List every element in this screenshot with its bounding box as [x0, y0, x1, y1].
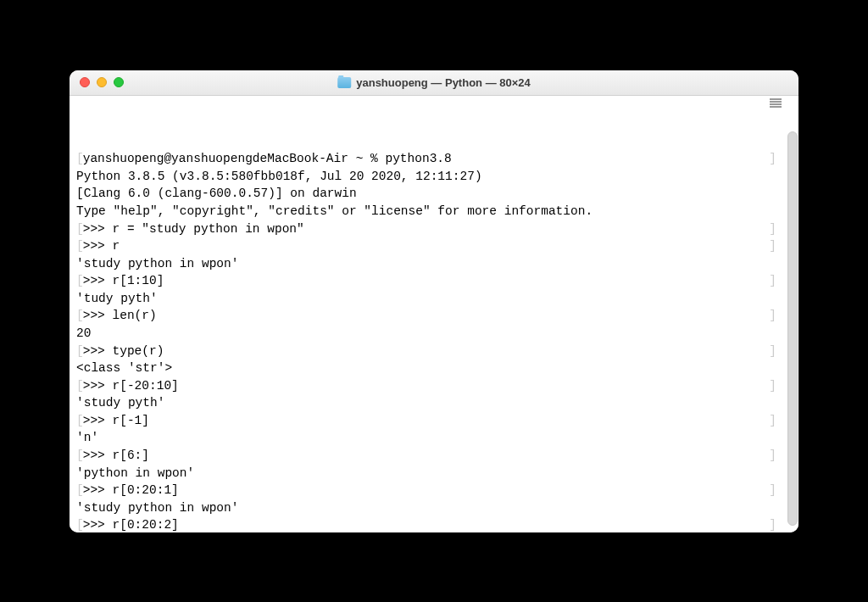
folder-icon	[337, 77, 351, 88]
terminal-body[interactable]: yanshuopeng@yanshuopengdeMacBook-Air ~ %…	[70, 96, 798, 532]
terminal-line: >>> r[1:10]	[76, 272, 792, 290]
terminal-line: <class 'str'>	[76, 360, 792, 377]
scrollbar-thumb[interactable]	[787, 131, 798, 526]
terminal-line: [Clang 6.0 (clang-600.0.57)] on darwin	[76, 185, 792, 203]
terminal-line: 'tudy pyth'	[76, 290, 792, 308]
terminal-line: 'n'	[76, 429, 792, 447]
terminal-line: 'study python in wpon'	[76, 499, 792, 517]
terminal-line: >>> type(r)	[76, 343, 792, 360]
titlebar[interactable]: yanshuopeng — Python — 80×24	[70, 70, 798, 96]
terminal-line: 20	[76, 325, 792, 343]
terminal-line: 'study python in wpon'	[76, 255, 792, 273]
traffic-lights	[80, 77, 124, 87]
title-center: yanshuopeng — Python — 80×24	[337, 76, 531, 89]
scrollbar[interactable]	[787, 131, 798, 526]
terminal-line: 'study pyth'	[76, 394, 792, 412]
terminal-line: >>> r = "study python in wpon"	[76, 220, 792, 238]
maximize-icon[interactable]	[114, 77, 124, 87]
menu-lines-icon[interactable]	[770, 98, 782, 108]
terminal-line: yanshuopeng@yanshuopengdeMacBook-Air ~ %…	[76, 150, 792, 168]
terminal-line: >>> r	[76, 237, 792, 255]
minimize-icon[interactable]	[97, 77, 107, 87]
terminal-line: >>> r[0:20:1]	[76, 482, 792, 499]
window-title: yanshuopeng — Python — 80×24	[356, 76, 531, 89]
terminal-line: 'python in wpon'	[76, 465, 792, 482]
terminal-line: Type "help", "copyright", "credits" or "…	[76, 203, 792, 220]
terminal-line: >>> r[-1]	[76, 412, 792, 430]
terminal-line: Python 3.8.5 (v3.8.5:580fbb018f, Jul 20 …	[76, 168, 792, 186]
terminal-line: >>> len(r)	[76, 307, 792, 325]
close-icon[interactable]	[80, 77, 90, 87]
terminal-window: yanshuopeng — Python — 80×24 yanshuopeng…	[70, 70, 798, 532]
terminal-line: >>> r[0:20:2]	[76, 516, 792, 532]
terminal-line: >>> r[-20:10]	[76, 377, 792, 395]
terminal-line: >>> r[6:]	[76, 447, 792, 465]
